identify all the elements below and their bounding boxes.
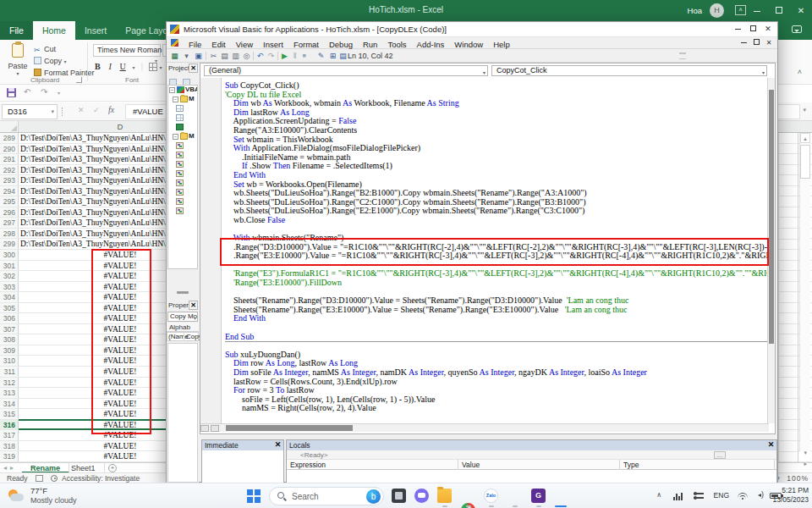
locals-column-expression[interactable]: Expression bbox=[287, 460, 458, 470]
row-header-289[interactable]: 289 bbox=[0, 133, 19, 143]
collapse-icon[interactable]: − bbox=[173, 134, 178, 140]
save-icon[interactable] bbox=[7, 88, 16, 97]
chat-app-icon[interactable] bbox=[414, 489, 429, 503]
tree-item-module[interactable] bbox=[168, 151, 197, 160]
row-header-294[interactable]: 294 bbox=[0, 186, 19, 196]
row-header-314[interactable]: 314 bbox=[0, 399, 19, 409]
redo-icon[interactable]: ↷ bbox=[41, 87, 47, 97]
vertical-scrollbar[interactable]: ▴ bbox=[799, 133, 810, 451]
search-box[interactable]: Search b bbox=[269, 487, 384, 505]
row-header-308[interactable]: 308 bbox=[0, 334, 19, 345]
properties-object-select[interactable]: Copy Mod▾ bbox=[167, 312, 198, 322]
row-header-317[interactable]: 317 bbox=[0, 430, 19, 440]
row-header-300[interactable]: 300 bbox=[0, 250, 19, 260]
undo-icon[interactable]: ↶ bbox=[255, 51, 266, 61]
row-header-290[interactable]: 290 bbox=[0, 144, 19, 154]
design-mode-icon[interactable]: ✎ bbox=[315, 51, 326, 61]
find-icon[interactable]: ◎ bbox=[241, 51, 252, 61]
row-header-310[interactable]: 310 bbox=[0, 356, 19, 366]
tree-item-modules-folder[interactable]: −M bbox=[168, 132, 197, 141]
vba-menu-run[interactable]: Run bbox=[358, 40, 382, 49]
code-window-close-icon[interactable]: ✕ bbox=[764, 39, 774, 47]
row-header-301[interactable]: 301 bbox=[0, 261, 19, 271]
collapse-icon[interactable]: − bbox=[173, 97, 178, 102]
row-header-315[interactable]: 315 bbox=[0, 409, 19, 419]
macro-record-icon[interactable] bbox=[36, 475, 43, 482]
split-handle-icon[interactable] bbox=[200, 425, 209, 432]
toolbar-grip[interactable] bbox=[679, 52, 686, 59]
italic-button[interactable]: I bbox=[108, 62, 111, 71]
code-window-minimize-icon[interactable] bbox=[738, 39, 749, 47]
scroll-down-icon[interactable]: ▾ bbox=[804, 450, 807, 456]
copy-button[interactable]: Copy ▾ bbox=[34, 57, 67, 65]
collapse-icon[interactable]: − bbox=[169, 87, 175, 93]
enter-entry-icon[interactable]: ✓ bbox=[93, 106, 100, 114]
procedure-dropdown[interactable]: CopyCot_Click▾ bbox=[491, 65, 767, 76]
tree-item-module[interactable] bbox=[168, 141, 197, 151]
immediate-window[interactable]: Immediate ✕ bbox=[201, 439, 284, 483]
row-header-291[interactable]: 291 bbox=[0, 154, 19, 164]
ribbon-tab-file[interactable]: File bbox=[0, 21, 33, 40]
cut-button[interactable]: ✂Cut bbox=[34, 45, 56, 53]
insert-function-icon[interactable]: fx bbox=[108, 105, 114, 114]
avatar[interactable]: H bbox=[710, 3, 724, 18]
ribbon-tab-insert[interactable]: Insert bbox=[75, 21, 116, 40]
vba-close-button[interactable]: ✕ bbox=[762, 25, 774, 33]
borders-button-icon[interactable] bbox=[149, 63, 157, 71]
paste-button[interactable]: Paste ▾ bbox=[5, 43, 30, 77]
row-header-306[interactable]: 306 bbox=[0, 313, 19, 323]
tree-item-module[interactable] bbox=[168, 179, 197, 188]
locals-close-icon[interactable]: ✕ bbox=[766, 440, 776, 450]
vba-menu-addins[interactable]: Add-Ins bbox=[412, 40, 450, 49]
language-indicator[interactable]: ENG bbox=[714, 491, 729, 500]
tree-item-module[interactable] bbox=[168, 197, 197, 207]
code-hscroll-thumb[interactable] bbox=[226, 425, 353, 431]
row-header-298[interactable]: 298 bbox=[0, 229, 19, 239]
g-app-icon[interactable]: G bbox=[531, 489, 546, 503]
tree-item-sheet[interactable] bbox=[168, 113, 197, 123]
tree-item-module[interactable] bbox=[168, 207, 197, 216]
ribbon-tab-home[interactable]: Home bbox=[33, 21, 75, 40]
vba-menu-format[interactable]: Format bbox=[288, 40, 324, 49]
volume-icon[interactable] bbox=[756, 492, 765, 500]
view-excel-icon[interactable]: ▦ bbox=[169, 51, 180, 61]
tree-item-module[interactable] bbox=[168, 188, 197, 197]
properties-name-row[interactable]: (Name CopyD bbox=[167, 332, 199, 341]
file-explorer-icon[interactable] bbox=[437, 489, 452, 503]
code-window-restore-icon[interactable] bbox=[751, 39, 761, 47]
row-header-311[interactable]: 311 bbox=[0, 367, 19, 377]
bold-button[interactable]: B bbox=[95, 62, 101, 71]
ribbon-display-options-icon[interactable]: ˄ bbox=[735, 5, 746, 15]
clipboard-dialog-launcher-icon[interactable] bbox=[76, 77, 82, 83]
select-all-corner[interactable] bbox=[0, 121, 19, 132]
excel-minimize-button[interactable] bbox=[746, 0, 768, 21]
accessibility-status[interactable]: Accessibility: Investigate bbox=[62, 474, 140, 483]
qat-customize-icon[interactable]: ▾ bbox=[58, 90, 60, 96]
procedure-view-icon[interactable] bbox=[211, 425, 219, 432]
tree-item-sheet[interactable] bbox=[168, 104, 197, 113]
excel-restore-button[interactable] bbox=[768, 0, 790, 21]
vba-menu-view[interactable]: View bbox=[231, 40, 258, 49]
row-header-295[interactable]: 295 bbox=[0, 196, 19, 207]
paste-dropdown-arrow-icon[interactable]: ▾ bbox=[5, 70, 30, 76]
task-view-button[interactable] bbox=[392, 489, 406, 503]
cancel-entry-icon[interactable]: ✕ bbox=[78, 106, 85, 114]
row-header-307[interactable]: 307 bbox=[0, 324, 19, 334]
code-vscroll-thumb[interactable] bbox=[769, 90, 774, 344]
properties-panel-close-icon[interactable]: ✕ bbox=[189, 301, 198, 310]
panel-splitter[interactable] bbox=[177, 291, 189, 294]
ribbon-collapse-icon[interactable]: ˄ bbox=[798, 68, 802, 76]
vba-menu-edit[interactable]: Edit bbox=[206, 40, 230, 49]
activity-bars-icon[interactable] bbox=[673, 492, 683, 500]
cut-icon[interactable]: ✂ bbox=[208, 51, 219, 61]
immediate-close-icon[interactable]: ✕ bbox=[273, 440, 283, 450]
row-header-296[interactable]: 296 bbox=[0, 207, 19, 218]
paste-icon[interactable]: ▥ bbox=[230, 51, 241, 61]
tree-item-module[interactable] bbox=[168, 160, 197, 169]
comments-icon[interactable] bbox=[792, 25, 802, 33]
account-name[interactable]: Hoa bbox=[688, 6, 702, 15]
undo-icon[interactable]: ↶ bbox=[24, 87, 30, 97]
reset-icon[interactable]: ■ bbox=[299, 51, 310, 61]
scroll-right-icon[interactable]: ▸ bbox=[804, 461, 807, 467]
scroll-up-icon[interactable]: ▴ bbox=[800, 133, 810, 143]
